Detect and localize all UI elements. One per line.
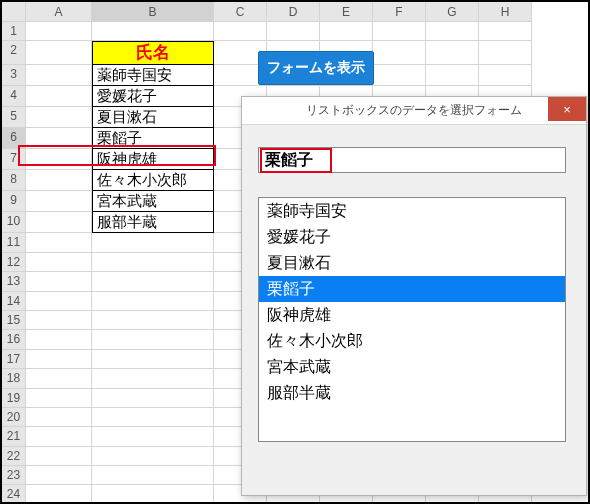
cell-F3[interactable] [373,65,426,86]
cell-F1[interactable] [373,22,426,41]
cell-B14[interactable] [92,292,214,311]
row-header-18[interactable]: 18 [2,369,26,388]
row-header-16[interactable]: 16 [2,330,26,349]
cell-B4[interactable]: 愛媛花子 [92,86,214,107]
cell-B20[interactable] [92,408,214,427]
cell-D1[interactable] [267,22,320,41]
row-header-6[interactable]: 6 [2,128,26,149]
col-header-H[interactable]: H [479,2,532,22]
cell-A4[interactable] [26,86,92,107]
row-header-2[interactable]: 2 [2,41,26,65]
row-header-23[interactable]: 23 [2,466,26,485]
row-header-7[interactable]: 7 [2,149,26,170]
row-header-1[interactable]: 1 [2,22,26,41]
show-form-button[interactable]: フォームを表示 [258,51,374,85]
cell-A13[interactable] [26,272,92,291]
cell-B11[interactable] [92,233,214,252]
row-header-19[interactable]: 19 [2,389,26,408]
cell-A15[interactable] [26,311,92,330]
cell-B9[interactable]: 宮本武蔵 [92,191,214,212]
row-header-11[interactable]: 11 [2,233,26,252]
cell-F2[interactable] [373,41,426,65]
col-header-C[interactable]: C [214,2,267,22]
list-item[interactable]: 佐々木小次郎 [259,328,565,354]
cell-G3[interactable] [426,65,479,86]
row-header-10[interactable]: 10 [2,212,26,233]
cell-A7[interactable] [26,149,92,170]
listbox-form-dialog[interactable]: リストボックスのデータを選択フォーム × 栗饀子 薬師寺国安愛媛花子夏目漱石栗饀… [241,96,587,496]
row-header-15[interactable]: 15 [2,311,26,330]
cell-A22[interactable] [26,447,92,466]
cell-A11[interactable] [26,233,92,252]
cell-A17[interactable] [26,350,92,369]
cell-A10[interactable] [26,212,92,233]
cell-A5[interactable] [26,107,92,128]
list-item[interactable]: 薬師寺国安 [259,198,565,224]
cell-B6[interactable]: 栗饀子 [92,128,214,149]
cell-A16[interactable] [26,330,92,349]
cell-A12[interactable] [26,253,92,272]
cell-H2[interactable] [479,41,532,65]
cell-A1[interactable] [26,22,92,41]
col-header-F[interactable]: F [373,2,426,22]
row-header-21[interactable]: 21 [2,427,26,446]
list-item[interactable]: 宮本武蔵 [259,354,565,380]
dialog-title-bar[interactable]: リストボックスのデータを選択フォーム × [242,97,586,125]
list-item[interactable]: 服部半蔵 [259,380,565,406]
row-header-3[interactable]: 3 [2,65,26,86]
col-header-D[interactable]: D [267,2,320,22]
cell-A3[interactable] [26,65,92,86]
cell-A2[interactable] [26,41,92,65]
cell-A9[interactable] [26,191,92,212]
cell-A18[interactable] [26,369,92,388]
cell-B10[interactable]: 服部半蔵 [92,212,214,233]
cell-H3[interactable] [479,65,532,86]
row-header-14[interactable]: 14 [2,292,26,311]
col-header-G[interactable]: G [426,2,479,22]
row-header-9[interactable]: 9 [2,191,26,212]
row-header-20[interactable]: 20 [2,408,26,427]
cell-B16[interactable] [92,330,214,349]
row-header-4[interactable]: 4 [2,86,26,107]
cell-A14[interactable] [26,292,92,311]
cell-C1[interactable] [214,22,267,41]
cell-B18[interactable] [92,369,214,388]
cell-B22[interactable] [92,447,214,466]
row-header-12[interactable]: 12 [2,253,26,272]
row-header-13[interactable]: 13 [2,272,26,291]
select-all-corner[interactable] [2,2,26,22]
cell-B1[interactable] [92,22,214,41]
cell-B5[interactable]: 夏目漱石 [92,107,214,128]
cell-A24[interactable] [26,485,92,504]
row-header-24[interactable]: 24 [2,485,26,504]
cell-B2[interactable]: 氏名 [92,41,214,65]
list-item[interactable]: 夏目漱石 [259,250,565,276]
col-header-A[interactable]: A [26,2,92,22]
cell-B8[interactable]: 佐々木小次郎 [92,170,214,191]
cell-H1[interactable] [479,22,532,41]
cell-B3[interactable]: 薬師寺国安 [92,65,214,86]
row-header-8[interactable]: 8 [2,170,26,191]
cell-B21[interactable] [92,427,214,446]
cell-B24[interactable] [92,485,214,504]
row-header-22[interactable]: 22 [2,447,26,466]
cell-A21[interactable] [26,427,92,446]
selected-name-textbox[interactable]: 栗饀子 [258,147,566,173]
cell-G2[interactable] [426,41,479,65]
cell-A23[interactable] [26,466,92,485]
cell-A20[interactable] [26,408,92,427]
cell-B12[interactable] [92,253,214,272]
cell-A6[interactable] [26,128,92,149]
col-header-B[interactable]: B [92,2,214,22]
row-header-5[interactable]: 5 [2,107,26,128]
col-header-E[interactable]: E [320,2,373,22]
cell-E1[interactable] [320,22,373,41]
cell-G1[interactable] [426,22,479,41]
list-item[interactable]: 愛媛花子 [259,224,565,250]
list-item[interactable]: 栗饀子 [259,276,565,302]
row-header-17[interactable]: 17 [2,350,26,369]
list-item[interactable]: 阪神虎雄 [259,302,565,328]
cell-B15[interactable] [92,311,214,330]
cell-A8[interactable] [26,170,92,191]
close-icon[interactable]: × [548,97,586,121]
